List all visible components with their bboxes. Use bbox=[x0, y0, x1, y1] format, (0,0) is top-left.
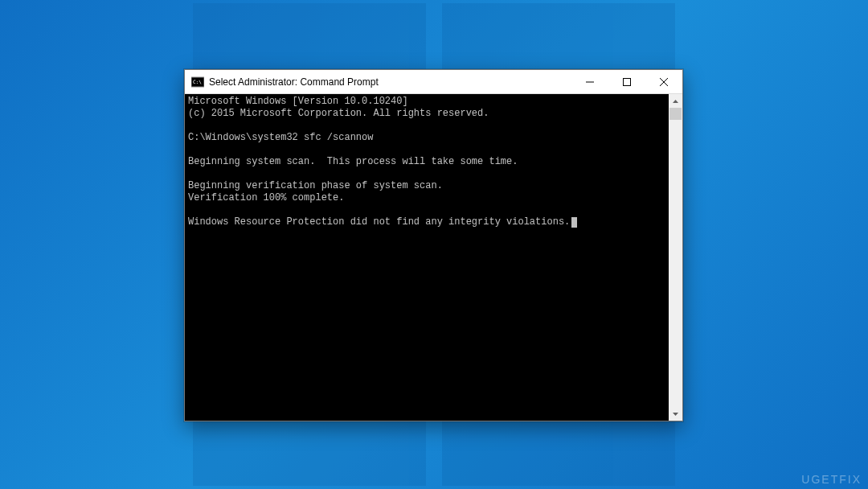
console-area: Microsoft Windows [Version 10.0.10240](c… bbox=[185, 94, 682, 421]
minimize-button[interactable] bbox=[571, 70, 608, 93]
scroll-thumb[interactable] bbox=[669, 108, 682, 120]
svg-marker-7 bbox=[673, 413, 678, 416]
vertical-scrollbar[interactable] bbox=[669, 94, 682, 421]
console-line bbox=[188, 204, 665, 216]
console-line: Verification 100% complete. bbox=[188, 192, 665, 204]
console-output[interactable]: Microsoft Windows [Version 10.0.10240](c… bbox=[185, 94, 669, 421]
svg-marker-6 bbox=[673, 100, 678, 103]
scroll-track[interactable] bbox=[669, 108, 682, 407]
cmd-icon: C:\ bbox=[191, 76, 204, 88]
console-line bbox=[188, 144, 665, 156]
svg-rect-3 bbox=[624, 78, 631, 85]
window-controls bbox=[571, 70, 682, 93]
console-line: Windows Resource Protection did not find… bbox=[188, 216, 665, 228]
command-prompt-window[interactable]: C:\ Select Administrator: Command Prompt… bbox=[184, 69, 683, 421]
console-line: C:\Windows\system32 sfc /scannow bbox=[188, 132, 665, 144]
console-line: Beginning verification phase of system s… bbox=[188, 180, 665, 192]
close-button[interactable] bbox=[645, 70, 682, 93]
svg-text:C:\: C:\ bbox=[193, 79, 202, 84]
scroll-up-arrow[interactable] bbox=[669, 94, 682, 108]
titlebar[interactable]: C:\ Select Administrator: Command Prompt bbox=[185, 70, 682, 94]
text-cursor bbox=[571, 217, 577, 228]
console-line bbox=[188, 120, 665, 132]
window-title: Select Administrator: Command Prompt bbox=[209, 76, 571, 88]
console-line: (c) 2015 Microsoft Corporation. All righ… bbox=[188, 108, 665, 120]
maximize-button[interactable] bbox=[608, 70, 645, 93]
watermark: UGETFIX bbox=[801, 473, 862, 486]
console-line bbox=[188, 168, 665, 180]
console-line: Beginning system scan. This process will… bbox=[188, 156, 665, 168]
console-line: Microsoft Windows [Version 10.0.10240] bbox=[188, 96, 665, 108]
scroll-down-arrow[interactable] bbox=[669, 407, 682, 421]
